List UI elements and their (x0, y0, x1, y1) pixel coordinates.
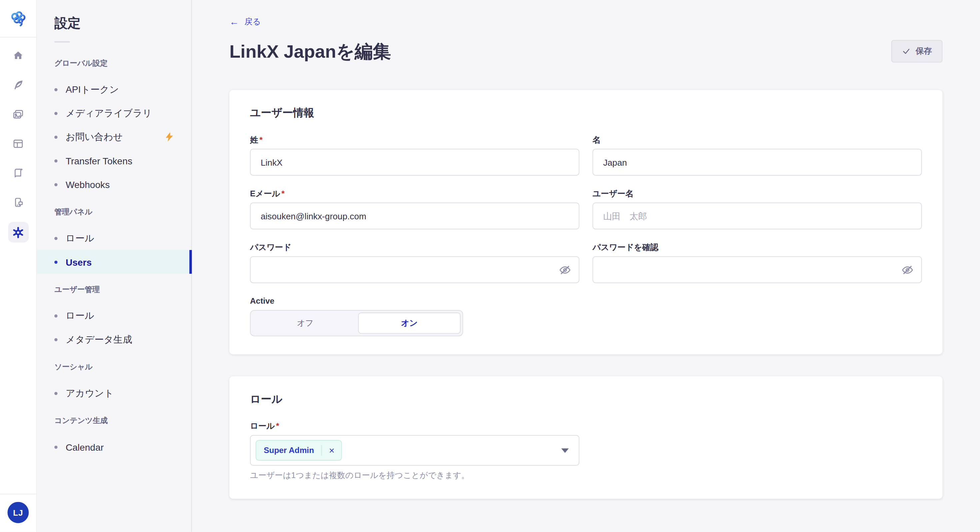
confirm-password-label: パスワードを確認 (593, 243, 659, 253)
settings-icon[interactable] (8, 222, 28, 243)
sidebar-item-label: アカウント (66, 387, 114, 399)
section-label: 管理パネル (37, 207, 191, 217)
role-field: ロール * Super Admin × ユーザーは1つまたは複数のロールを持つこ… (250, 421, 579, 481)
sidebar-item-label: メタデータ生成 (66, 333, 132, 345)
sidebar-item-media-library[interactable]: メディアライブラリ (37, 101, 191, 125)
chevron-down-icon[interactable] (562, 448, 569, 452)
sidebar-item-label: お問い合わせ (66, 131, 123, 143)
sidebar-item-label: Transfer Tokens (66, 155, 132, 166)
password-input[interactable] (250, 256, 579, 284)
back-label: 戻る (244, 17, 261, 27)
brain-logo-icon (8, 8, 28, 28)
content-type-builder-icon[interactable] (12, 138, 25, 150)
toggle-option-off[interactable]: オフ (253, 313, 358, 334)
page-header: LinkX Japanを編集 保存 (229, 40, 942, 63)
app-root: LJ 設定 グローバル設定 APIトークン メディアライブラリ お問い合わせ (0, 0, 980, 532)
page-title: LinkX Japanを編集 (229, 40, 391, 63)
section-global-settings: グローバル設定 APIトークン メディアライブラリ お問い合わせ Transfe… (37, 58, 191, 196)
role-tag-label: Super Admin (256, 446, 322, 455)
section-label: グローバル設定 (37, 58, 191, 68)
role-combobox[interactable]: Super Admin × (250, 435, 579, 466)
user-info-card: ユーザー情報 姓 * 名 Eメール (229, 90, 942, 354)
settings-sidebar: 設定 グローバル設定 APIトークン メディアライブラリ お問い合わせ T (37, 0, 192, 532)
role-label: ロール (250, 421, 275, 431)
active-label: Active (250, 296, 274, 306)
sidebar-item-api-tokens[interactable]: APIトークン (37, 78, 191, 101)
user-info-form: 姓 * 名 Eメール * (250, 135, 922, 336)
releases-icon[interactable] (12, 196, 25, 209)
email-input[interactable] (250, 203, 579, 230)
first-name-field: 名 (593, 135, 922, 176)
sidebar-item-accounts[interactable]: アカウント (37, 381, 191, 405)
user-avatar[interactable]: LJ (8, 502, 29, 523)
roles-card: ロール ロール * Super Admin × ユーザーは1つまたは複数のロール… (229, 376, 942, 499)
media-library-icon[interactable] (12, 108, 25, 121)
content-manager-icon[interactable] (12, 79, 25, 91)
sidebar-item-users[interactable]: Users (37, 250, 191, 274)
icon-rail: LJ (0, 0, 37, 532)
bullet-icon (54, 111, 57, 115)
sidebar-item-label: ロール (66, 233, 94, 244)
toggle-option-on[interactable]: オン (358, 313, 461, 334)
eye-off-icon[interactable] (901, 263, 914, 276)
email-field: Eメール * (250, 189, 579, 229)
bullet-icon (54, 237, 57, 240)
password-field: パスワード (250, 243, 579, 284)
lightning-icon (165, 132, 173, 142)
bullet-icon (54, 445, 57, 448)
bullet-icon (54, 159, 57, 162)
check-icon (902, 47, 911, 56)
role-tag: Super Admin × (256, 440, 342, 461)
section-user-management: ユーザー管理 ロール メタデータ生成 (37, 284, 191, 351)
active-field: Active オフ オン (250, 296, 579, 336)
username-input[interactable] (593, 203, 922, 230)
save-label: 保存 (916, 46, 932, 57)
sidebar-item-label: APIトークン (66, 83, 119, 96)
last-name-field: 姓 * (250, 135, 579, 176)
workspace-logo[interactable] (0, 0, 37, 38)
bullet-icon (54, 338, 57, 341)
sidebar-item-um-roles[interactable]: ロール (37, 304, 191, 327)
sidebar-item-label: Users (66, 256, 92, 268)
roles-card-title: ロール (250, 392, 922, 407)
sidebar-item-metadata-generation[interactable]: メタデータ生成 (37, 328, 191, 351)
bullet-icon (54, 260, 57, 263)
sidebar-item-contact[interactable]: お問い合わせ (37, 125, 191, 149)
first-name-input[interactable] (593, 149, 922, 176)
bullet-icon (54, 135, 57, 139)
remove-role-icon[interactable]: × (322, 446, 341, 455)
last-name-label: 姓 (250, 135, 258, 145)
confirm-password-input[interactable] (593, 256, 922, 284)
sidebar-item-label: Webhooks (66, 179, 110, 190)
sidebar-title: 設定 (37, 15, 191, 31)
bullet-icon (54, 392, 57, 395)
bullet-icon (54, 183, 57, 186)
password-label: パスワード (250, 243, 291, 253)
section-label: ソーシャル (37, 362, 191, 372)
rail-footer: LJ (0, 494, 37, 532)
eye-off-icon[interactable] (558, 263, 571, 276)
last-name-input[interactable] (250, 149, 579, 176)
required-asterisk: * (259, 135, 262, 145)
sidebar-item-label: メディアライブラリ (66, 107, 152, 119)
sidebar-item-label: ロール (66, 310, 94, 322)
required-asterisk: * (276, 421, 279, 431)
required-asterisk: * (282, 189, 284, 199)
save-button[interactable]: 保存 (891, 40, 943, 63)
sidebar-item-admin-roles[interactable]: ロール (37, 226, 191, 250)
user-info-card-title: ユーザー情報 (250, 106, 922, 121)
home-icon[interactable] (12, 49, 25, 62)
back-link[interactable]: ← 戻る (229, 17, 261, 27)
email-label: Eメール (250, 189, 280, 199)
sidebar-item-label: Calendar (66, 442, 103, 452)
rail-icon-list (8, 38, 28, 239)
section-label: ユーザー管理 (37, 284, 191, 294)
sidebar-item-webhooks[interactable]: Webhooks (37, 173, 191, 196)
active-toggle: オフ オン (250, 310, 463, 336)
role-helper-text: ユーザーは1つまたは複数のロールを持つことができます。 (250, 471, 579, 481)
main-content: ← 戻る LinkX Japanを編集 保存 ユーザー情報 姓 * (192, 0, 980, 532)
sidebar-item-calendar[interactable]: Calendar (37, 435, 191, 459)
sidebar-item-transfer-tokens[interactable]: Transfer Tokens (37, 149, 191, 172)
bullet-icon (54, 88, 57, 91)
plugins-icon[interactable] (12, 167, 25, 180)
